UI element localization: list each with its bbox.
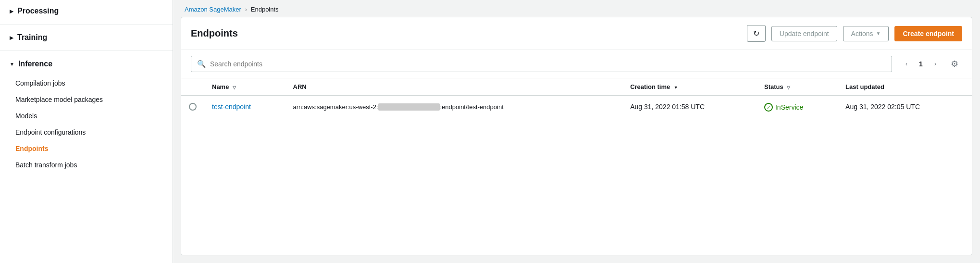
- sidebar-item-endpoint-configurations[interactable]: Endpoint configurations: [0, 124, 173, 140]
- sidebar-item-compilation-jobs-label: Compilation jobs: [15, 79, 65, 87]
- name-sort-icon: ▽: [233, 85, 236, 90]
- sidebar-item-inference-label: Inference: [18, 60, 52, 68]
- update-endpoint-label: Update endpoint: [780, 30, 829, 38]
- endpoint-name-link[interactable]: test-endpoint: [212, 103, 251, 111]
- actions-arrow-icon: ▼: [876, 31, 881, 36]
- sidebar-item-inference[interactable]: ▼ Inference: [0, 53, 173, 75]
- sidebar-item-compilation-jobs[interactable]: Compilation jobs: [0, 75, 173, 91]
- status-badge: ✓ InService: [764, 103, 830, 112]
- actions-label: Actions: [851, 30, 873, 38]
- row-status-cell: ✓ InService: [757, 96, 838, 119]
- row-arn-cell: arn:aws:sagemaker:us-west-2:████████████…: [285, 96, 623, 119]
- sidebar-item-batch-transform-label: Batch transform jobs: [15, 161, 77, 169]
- status-sort-icon: ▽: [787, 85, 790, 90]
- settings-icon: ⚙: [951, 59, 958, 69]
- sidebar-item-endpoints[interactable]: Endpoints: [0, 140, 173, 157]
- search-container: 🔍: [191, 56, 892, 72]
- pagination-next-button[interactable]: ›: [929, 57, 942, 71]
- pagination-prev-button[interactable]: ‹: [900, 57, 913, 71]
- create-endpoint-label: Create endpoint: [903, 30, 954, 38]
- sidebar-divider-1: [0, 24, 173, 25]
- table-header-creation-time[interactable]: Creation time ▼: [622, 78, 757, 96]
- row-radio-button[interactable]: [189, 103, 197, 111]
- sidebar-item-marketplace-model-packages[interactable]: Marketplace model packages: [0, 91, 173, 108]
- pagination-current-page: 1: [916, 60, 926, 68]
- refresh-icon: ↻: [753, 29, 759, 38]
- breadcrumb: Amazon SageMaker › Endpoints: [173, 0, 980, 17]
- row-last-updated-cell: Aug 31, 2022 02:05 UTC: [838, 96, 972, 119]
- arn-suffix: :endpoint/test-endpoint: [440, 103, 503, 111]
- breadcrumb-current-page: Endpoints: [251, 6, 279, 13]
- search-bar: 🔍 ‹ 1 › ⚙: [181, 50, 972, 78]
- sidebar-item-training-label: Training: [17, 33, 47, 42]
- arn-prefix: arn:aws:sagemaker:us-west-2:: [293, 103, 378, 111]
- sidebar: ▶ Processing ▶ Training ▼ Inference Comp…: [0, 0, 173, 263]
- sidebar-item-models-label: Models: [15, 112, 37, 120]
- row-creation-time-cell: Aug 31, 2022 01:58 UTC: [622, 96, 757, 119]
- table-header-name[interactable]: Name ▽: [204, 78, 285, 96]
- inference-arrow-icon: ▼: [10, 62, 14, 67]
- table-settings-button[interactable]: ⚙: [947, 56, 962, 72]
- sidebar-item-marketplace-label: Marketplace model packages: [15, 96, 103, 103]
- row-name-cell: test-endpoint: [204, 96, 285, 119]
- pagination: ‹ 1 › ⚙: [900, 56, 962, 72]
- search-icon: 🔍: [197, 60, 206, 68]
- refresh-button[interactable]: ↻: [747, 25, 766, 42]
- create-endpoint-button[interactable]: Create endpoint: [894, 26, 962, 41]
- status-label: InService: [775, 103, 803, 111]
- table-header-arn: ARN: [285, 78, 623, 96]
- sidebar-item-processing[interactable]: ▶ Processing: [0, 0, 173, 22]
- sidebar-item-training[interactable]: ▶ Training: [0, 26, 173, 49]
- table-row: test-endpoint arn:aws:sagemaker:us-west-…: [181, 96, 972, 119]
- table-header-select: [181, 78, 204, 96]
- breadcrumb-sagemaker-link[interactable]: Amazon SageMaker: [185, 6, 241, 13]
- search-input[interactable]: [210, 60, 886, 68]
- table-header-last-updated: Last updated: [838, 78, 972, 96]
- sidebar-item-endpoints-label: Endpoints: [15, 145, 48, 152]
- breadcrumb-separator: ›: [245, 6, 247, 13]
- page-title: Endpoints: [191, 28, 741, 39]
- sidebar-item-endpoint-configurations-label: Endpoint configurations: [15, 128, 86, 136]
- prev-arrow-icon: ‹: [906, 61, 907, 67]
- next-arrow-icon: ›: [934, 61, 936, 67]
- status-check-icon: ✓: [764, 103, 773, 112]
- update-endpoint-button[interactable]: Update endpoint: [771, 26, 837, 41]
- sidebar-divider-2: [0, 50, 173, 51]
- sidebar-item-processing-label: Processing: [17, 7, 59, 15]
- sidebar-item-models[interactable]: Models: [0, 108, 173, 124]
- actions-button[interactable]: Actions ▼: [843, 26, 889, 41]
- sidebar-item-batch-transform-jobs[interactable]: Batch transform jobs: [0, 157, 173, 173]
- training-arrow-icon: ▶: [10, 35, 13, 40]
- processing-arrow-icon: ▶: [10, 9, 13, 14]
- endpoints-table: Name ▽ ARN Creation time ▼ Status ▽: [181, 78, 972, 255]
- arn-blurred: ██████████████: [378, 103, 440, 111]
- panel-header: Endpoints ↻ Update endpoint Actions ▼ Cr…: [181, 17, 972, 50]
- table-header-status[interactable]: Status ▽: [757, 78, 838, 96]
- main-content: Amazon SageMaker › Endpoints Endpoints ↻…: [173, 0, 980, 263]
- row-select-cell: [181, 96, 204, 119]
- endpoints-panel: Endpoints ↻ Update endpoint Actions ▼ Cr…: [181, 17, 972, 255]
- creation-time-sort-icon: ▼: [674, 85, 678, 90]
